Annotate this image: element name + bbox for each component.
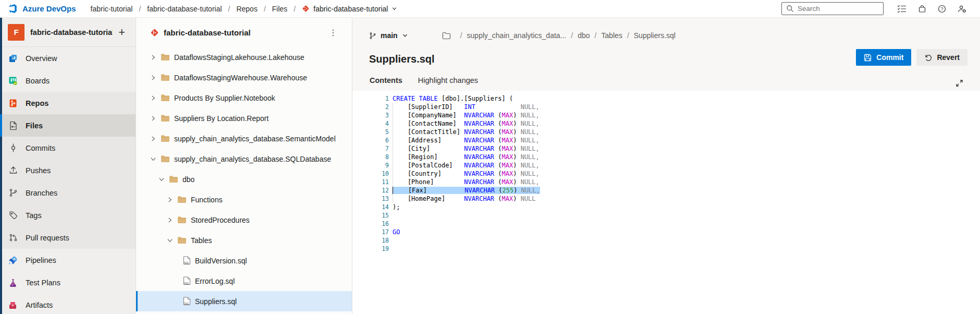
help-icon[interactable]: ? (938, 5, 946, 13)
line-number[interactable]: 10 (352, 170, 389, 178)
line-number[interactable]: 9 (352, 161, 389, 170)
line-number[interactable]: 8 (352, 153, 389, 161)
search-input[interactable] (798, 5, 879, 13)
line-number[interactable]: 12 (352, 186, 389, 195)
sidebar-item-pipelines[interactable]: Pipelines (0, 249, 136, 271)
code-editor[interactable]: 1CREATE TABLE [dbo].[Suppliers] (2 [Supp… (352, 91, 980, 314)
chevron-down-icon[interactable] (150, 156, 156, 162)
code-line[interactable]: 17GO (352, 228, 980, 236)
line-number[interactable]: 3 (352, 111, 389, 119)
breadcrumb-item-repos[interactable]: Repos (236, 5, 257, 13)
line-number[interactable]: 1 (352, 94, 389, 103)
code-line[interactable]: 16 (352, 220, 980, 228)
code-line[interactable]: 4 [ContactName] NVARCHAR (MAX) NULL, (352, 119, 980, 128)
task-list-icon[interactable] (897, 5, 906, 13)
line-number[interactable]: 14 (352, 203, 389, 211)
line-number[interactable]: 11 (352, 178, 389, 186)
breadcrumb-item-files[interactable]: Files (272, 5, 288, 13)
line-number[interactable]: 5 (352, 128, 389, 136)
tree-item-errorlog-sql[interactable]: SQLErrorLog.sql (136, 271, 352, 291)
code-line[interactable]: 1CREATE TABLE [dbo].[Suppliers] ( (352, 94, 980, 103)
azure-devops-logo-icon[interactable] (7, 4, 17, 14)
folder-outline-icon[interactable] (442, 32, 451, 40)
breadcrumb-item-fabric-database-tutorial[interactable]: fabric-database-tutorial (147, 5, 222, 13)
line-number[interactable]: 17 (352, 228, 389, 236)
code-line[interactable]: 7 [City] NVARCHAR (MAX) NULL, (352, 144, 980, 153)
path-segment-supply-chain-analytics-data[interactable]: supply_chain_analytics_data... (467, 31, 567, 40)
tab-highlight-changes[interactable]: Highlight changes (418, 75, 479, 91)
chevron-down-icon[interactable] (158, 176, 165, 183)
path-segment-suppliers-sql[interactable]: Suppliers.sql (634, 31, 676, 40)
fullscreen-icon[interactable] (956, 79, 963, 87)
code-line[interactable]: 11 [Phone] NVARCHAR (MAX) NULL, (352, 178, 980, 186)
tree-item-suppliers-by-location-report[interactable]: Suppliers By Location.Report (136, 108, 352, 128)
tree-item-supply-chain-analytics-database-sqldatabase[interactable]: supply_chain_analytics_database.SQLDatab… (136, 149, 352, 169)
code-line[interactable]: 3 [CompanyName] NVARCHAR (MAX) NULL, (352, 111, 980, 119)
sidebar-item-files[interactable]: Files (0, 114, 136, 137)
code-line[interactable]: 18 (352, 236, 980, 245)
brand-title[interactable]: Azure DevOps (22, 4, 76, 13)
project-avatar[interactable]: F (8, 24, 24, 41)
tree-item-tables[interactable]: Tables (136, 230, 352, 250)
tree-item-storedprocedures[interactable]: StoredProcedures (136, 210, 352, 230)
project-name[interactable]: fabric-database-tutorial (30, 28, 113, 37)
code-line[interactable]: 13 [HomePage] NVARCHAR (MAX) NULL (352, 195, 980, 203)
search-box[interactable] (781, 2, 884, 15)
user-settings-icon[interactable] (958, 5, 966, 13)
line-number[interactable]: 13 (352, 195, 389, 203)
code-line[interactable]: 2 [SupplierID] INT NULL, (352, 103, 980, 111)
sidebar-item-repos[interactable]: Repos (0, 92, 136, 114)
revert-button[interactable]: Revert (916, 49, 967, 66)
sidebar-item-artifacts[interactable]: Artifacts (0, 294, 136, 314)
line-number[interactable]: 7 (352, 144, 389, 153)
code-line[interactable]: 19 (352, 245, 980, 253)
line-number[interactable]: 6 (352, 136, 389, 144)
code-line[interactable]: 9 [PostalCode] NVARCHAR (MAX) NULL, (352, 161, 980, 170)
chevron-right-icon[interactable] (150, 54, 156, 61)
tree-item-dbo[interactable]: dbo (136, 169, 352, 189)
code-line[interactable]: 5 [ContactTitle] NVARCHAR (MAX) NULL, (352, 128, 980, 136)
sidebar-item-commits[interactable]: Commits (0, 137, 136, 159)
sidebar-item-boards[interactable]: Boards (0, 69, 136, 92)
branch-selector[interactable]: main (369, 31, 408, 40)
line-number[interactable]: 18 (352, 236, 389, 245)
sidebar-item-overview[interactable]: Overview (0, 47, 136, 69)
code-line[interactable]: 8 [Region] NVARCHAR (MAX) NULL, (352, 153, 980, 161)
code-line[interactable]: 12 [Fax] NVARCHAR (255) NULL, (352, 186, 980, 195)
chevron-down-icon[interactable] (166, 237, 173, 244)
sidebar-item-tags[interactable]: Tags (0, 204, 136, 226)
code-line[interactable]: 10 [Country] NVARCHAR (MAX) NULL, (352, 170, 980, 178)
more-options-icon[interactable]: ⋮ (329, 28, 337, 38)
tab-contents[interactable]: Contents (369, 75, 403, 91)
line-number[interactable]: 19 (352, 245, 389, 253)
sidebar-item-branches[interactable]: Branches (0, 182, 136, 204)
tree-item-dataflowsstaginglakehouse-lakehouse[interactable]: DataflowsStagingLakehouse.Lakehouse (136, 47, 352, 67)
repo-breadcrumb[interactable]: fabric-database-tutorial (302, 5, 397, 13)
tree-item-products-by-supplier-notebook[interactable]: Products By Supplier.Notebook (136, 88, 352, 108)
line-number[interactable]: 2 (352, 103, 389, 111)
breadcrumb-item-fabric-tutorial[interactable]: fabric-tutorial (91, 5, 133, 13)
line-number[interactable]: 4 (352, 119, 389, 128)
path-segment-tables[interactable]: Tables (601, 31, 622, 40)
line-number[interactable]: 15 (352, 211, 389, 220)
chevron-right-icon[interactable] (150, 136, 156, 142)
code-line[interactable]: 15 (352, 211, 980, 220)
chevron-right-icon[interactable] (166, 197, 173, 203)
sidebar-item-pushes[interactable]: Pushes (0, 159, 136, 182)
chevron-right-icon[interactable] (150, 95, 156, 101)
tree-item-suppliers-sql[interactable]: SQLSuppliers.sql (136, 291, 352, 311)
line-number[interactable]: 16 (352, 220, 389, 228)
add-project-button[interactable]: + (118, 27, 125, 38)
path-segment-dbo[interactable]: dbo (578, 31, 590, 40)
commit-button[interactable]: Commit (856, 49, 911, 66)
tree-item-supply-chain-analytics-database-semanticmodel[interactable]: supply_chain_analytics_database.Semantic… (136, 128, 352, 149)
marketplace-bag-icon[interactable] (918, 5, 926, 13)
code-line[interactable]: 14); (352, 203, 980, 211)
tree-item-dataflowsstagingwarehouse-warehouse[interactable]: DataflowsStagingWarehouse.Warehouse (136, 67, 352, 88)
chevron-right-icon[interactable] (166, 217, 173, 223)
tree-item-buildversion-sql[interactable]: SQLBuildVersion.sql (136, 250, 352, 271)
chevron-right-icon[interactable] (150, 115, 156, 122)
tree-item-functions[interactable]: Functions (136, 189, 352, 210)
sidebar-item-test-plans[interactable]: Test Plans (0, 271, 136, 294)
sidebar-item-pull-requests[interactable]: Pull requests (0, 226, 136, 249)
